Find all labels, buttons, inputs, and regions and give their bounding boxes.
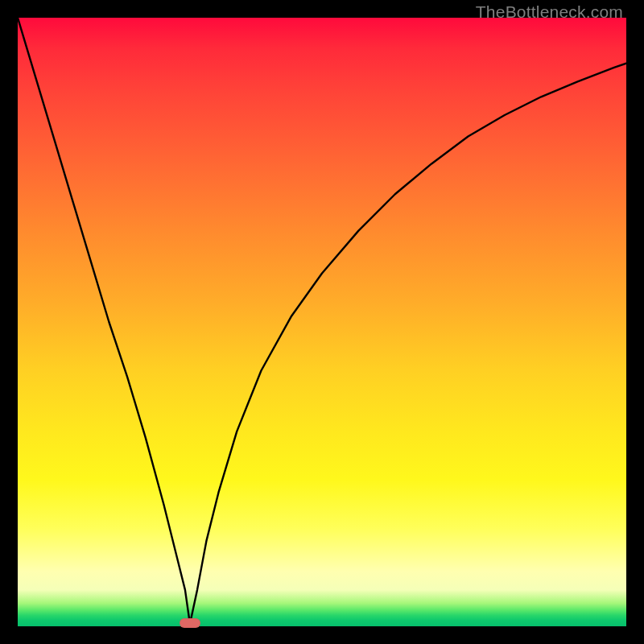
bottleneck-curve xyxy=(18,18,626,624)
chart-frame: TheBottleneck.com xyxy=(0,0,644,644)
dip-marker xyxy=(180,618,200,628)
plot-area xyxy=(18,18,626,626)
curve-svg xyxy=(18,18,626,626)
